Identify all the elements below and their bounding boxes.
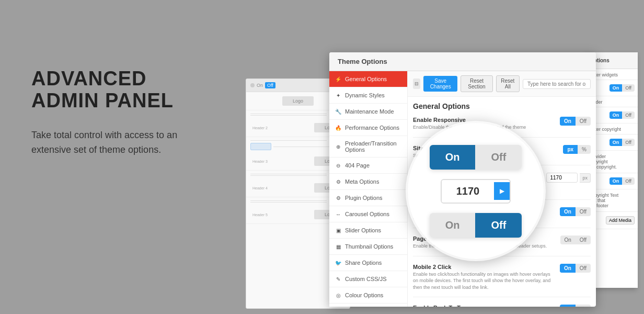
magnifier-on-button-1[interactable]: On [430, 145, 476, 170]
right-on-4[interactable]: On [610, 177, 623, 185]
right-off-3[interactable]: Off [622, 139, 635, 146]
404-icon: ⊖ [335, 162, 342, 169]
sidebar-item-slider[interactable]: ▣ Slider Options [329, 222, 407, 239]
magnifier-toggle-1: On Off [430, 145, 522, 170]
backtotop-toggle: On Off [560, 305, 591, 307]
option-info-mobile2click: Mobile 2 Click Enable two click/touch fu… [413, 264, 555, 291]
magnifier-toggle-2: On Off [430, 213, 522, 238]
page-shadow-off-button[interactable]: Off [576, 236, 591, 244]
sidebar-item-general-options[interactable]: ⚡ General Options [329, 71, 407, 87]
sidebar-item-404[interactable]: ⊖ 404 Page [329, 158, 407, 174]
option-control-rtl: On Off [560, 207, 591, 216]
right-toggle-4: On Off [610, 177, 635, 185]
logo-1: Logo [282, 96, 314, 106]
mobile2click-off-button[interactable]: Off [576, 264, 591, 273]
preloader-icon: ⊕ [335, 143, 342, 150]
sidebar-item-meta[interactable]: ⚙ Meta Options [329, 174, 407, 190]
magnifier-off-button-1[interactable]: Off [475, 145, 522, 170]
option-control-maxwidth: px [546, 173, 591, 183]
slider-icon: ▣ [335, 227, 342, 234]
sidebar-item-carousel[interactable]: ↔ Carousel Options [329, 206, 407, 222]
backtotop-off-button[interactable]: Off [576, 305, 591, 307]
magnifier-content: On Off ▶ On Off [408, 123, 544, 259]
options-sidebar: ⚡ General Options ✦ Dynamic Styles 🔧 Mai… [329, 71, 408, 307]
magnifier-off-button-2[interactable]: Off [475, 213, 522, 238]
plugin-icon: ⚙ [335, 194, 342, 201]
colour-icon: ◎ [335, 291, 342, 299]
option-control-backtotop: On Off [560, 305, 591, 307]
right-off-2[interactable]: Off [622, 111, 635, 119]
mobile2click-toggle: On Off [560, 264, 591, 273]
magnifier-input-button[interactable]: ▶ [494, 182, 510, 200]
toolbar-icon: ⊟ [413, 78, 420, 89]
sidebar-item-css-label: Custom CSS/JS [345, 276, 386, 282]
sidebar-item-plugin-label: Plugin Options [345, 195, 383, 201]
sidebar-item-colour-label: Colour Options [345, 292, 383, 298]
maxwidth-format-toggle: px % [563, 145, 591, 154]
thumbnail-icon: ▦ [335, 243, 342, 250]
dynamic-styles-icon: ✦ [335, 92, 342, 99]
right-toggle-3: On Off [610, 139, 635, 146]
sidebar-item-carousel-label: Carousel Options [345, 211, 389, 217]
theme-options-header: Theme Options [329, 52, 596, 71]
options-search-input[interactable] [523, 79, 591, 89]
sidebar-item-maintenance[interactable]: 🔧 Maintenance Mode [329, 104, 407, 120]
ui-container: On Off Logo Header 2 Logo Header 3 Logo [240, 42, 638, 309]
px-button[interactable]: px [563, 145, 578, 154]
sidebar-item-share-label: Share Options [345, 260, 382, 266]
option-row-mobile2click: Mobile 2 Click Enable two click/touch fu… [413, 264, 591, 298]
right-off-1[interactable]: Off [622, 84, 635, 92]
sidebar-item-404-label: 404 Page [345, 162, 370, 169]
sub-text: Take total control with access to an ext… [31, 128, 220, 158]
magnifier-width-input[interactable] [442, 180, 494, 203]
reset-all-button[interactable]: Reset All [496, 75, 520, 92]
magnifier-input-row: ▶ [441, 179, 511, 204]
right-toggle-1: On Off [610, 84, 635, 92]
right-toggle-2: On Off [610, 111, 635, 119]
option-control-page-shadow: On Off [560, 236, 591, 244]
page-shadow-on-button[interactable]: On [560, 236, 576, 244]
sidebar-item-colour-scheme[interactable]: ◉ Colour Scheme Options [329, 304, 407, 307]
backtotop-on-button[interactable]: On [560, 305, 576, 307]
responsive-toggle: On Off [560, 117, 591, 126]
option-label-backtotop: Enable Back To Top [413, 305, 555, 307]
sidebar-item-share[interactable]: 🐦 Share Options [329, 255, 407, 271]
rtl-off-button[interactable]: Off [576, 207, 591, 216]
right-on-3[interactable]: On [610, 139, 623, 146]
magnifier-on-button-2[interactable]: On [430, 213, 476, 238]
option-label-responsive: Enable Responsive [413, 117, 555, 123]
sidebar-item-preloader[interactable]: ⊕ Preloader/Transition Options [329, 136, 407, 158]
sidebar-item-thumbnail[interactable]: ▦ Thumbnail Options [329, 239, 407, 255]
sidebar-item-plugin[interactable]: ⚙ Plugin Options [329, 190, 407, 206]
rtl-on-button[interactable]: On [560, 207, 576, 216]
maintenance-icon: 🔧 [335, 108, 342, 115]
percent-button[interactable]: % [578, 145, 591, 154]
magnifier-overlay: On Off ▶ On Off [408, 123, 544, 259]
right-off-4[interactable]: Off [622, 177, 635, 185]
reset-section-button[interactable]: Reset Section [461, 75, 492, 92]
maxwidth-input[interactable] [546, 173, 578, 183]
sidebar-item-performance[interactable]: 🔥 Performance Options [329, 120, 407, 136]
mobile2click-on-button[interactable]: On [560, 264, 576, 273]
main-title: ADVANCED ADMIN PANEL [31, 68, 220, 112]
sidebar-item-maintenance-label: Maintenance Mode [345, 108, 394, 115]
sidebar-item-thumbnail-label: Thumbnail Options [345, 243, 393, 250]
option-control-mobile2click: On Off [560, 264, 591, 273]
sidebar-item-dynamic-styles[interactable]: ✦ Dynamic Styles [329, 87, 407, 104]
save-changes-button[interactable]: Save Changes [423, 76, 458, 92]
sidebar-item-meta-label: Meta Options [345, 178, 379, 185]
content-toolbar: ⊟ Save Changes Reset Section Reset All [408, 71, 596, 97]
sidebar-item-css[interactable]: ✎ Custom CSS/JS [329, 271, 407, 287]
option-control-responsive: On Off [560, 117, 591, 126]
section-title: General Options [413, 102, 591, 110]
right-on-2[interactable]: On [610, 111, 623, 119]
responsive-off-button[interactable]: Off [576, 117, 591, 126]
sidebar-item-colour[interactable]: ◎ Colour Options [329, 287, 407, 304]
add-media-button[interactable]: Add Media [606, 216, 635, 225]
responsive-on-button[interactable]: On [560, 117, 576, 126]
rtl-toggle: On Off [560, 207, 591, 216]
share-icon: 🐦 [335, 259, 342, 266]
sidebar-item-preloader-label: Preloader/Transition Options [345, 140, 402, 153]
option-control-maxwidth-format: px % [563, 145, 591, 154]
right-on-1[interactable]: On [610, 84, 623, 92]
